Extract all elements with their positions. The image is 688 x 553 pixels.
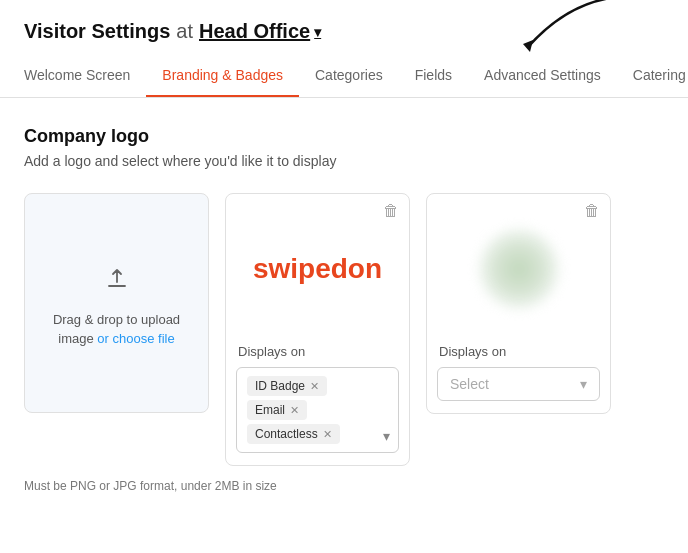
tag-email: Email ✕: [247, 400, 307, 420]
delete-logo-1-button[interactable]: 🗑: [383, 202, 399, 220]
displays-on-label-1: Displays on: [226, 344, 409, 359]
logo-card-1: 🗑 swipedon Displays on ID Badge ✕ Email …: [225, 193, 410, 466]
page-header: Visitor Settings at Head Office ▾: [0, 0, 688, 43]
remove-tag-email[interactable]: ✕: [290, 404, 299, 417]
select-dropdown-2[interactable]: Select ▾: [437, 367, 600, 401]
select-placeholder: Select: [450, 376, 489, 392]
chevron-down-icon: ▾: [314, 24, 321, 40]
tag-id-badge: ID Badge ✕: [247, 376, 327, 396]
section-description: Add a logo and select where you'd like i…: [24, 153, 664, 169]
upload-icon: [99, 258, 135, 298]
tab-categories[interactable]: Categories: [299, 55, 399, 97]
svg-marker-0: [523, 40, 533, 52]
upload-text: Drag & drop to upload image or choose fi…: [41, 310, 192, 349]
title-bold: Visitor Settings: [24, 20, 170, 43]
location-selector[interactable]: Head Office ▾: [199, 20, 321, 43]
tab-branding-badges[interactable]: Branding & Badges: [146, 55, 299, 97]
upload-hint: Must be PNG or JPG format, under 2MB in …: [24, 478, 664, 495]
tab-fields[interactable]: Fields: [399, 55, 468, 97]
logo-card-2: 🗑 Displays on Select ▾: [426, 193, 611, 414]
swipedon-logo: swipedon: [253, 253, 382, 285]
section-title: Company logo: [24, 126, 664, 147]
logo-preview-1: swipedon: [226, 194, 409, 344]
upload-card[interactable]: Drag & drop to upload image or choose fi…: [24, 193, 209, 413]
location-name: Head Office: [199, 20, 310, 43]
delete-logo-2-button[interactable]: 🗑: [584, 202, 600, 220]
remove-tag-contactless[interactable]: ✕: [323, 428, 332, 441]
remove-tag-id-badge[interactable]: ✕: [310, 380, 319, 393]
displays-on-label-2: Displays on: [427, 344, 610, 359]
main-content: Company logo Add a logo and select where…: [0, 98, 688, 523]
blurred-logo-placeholder: [479, 229, 559, 309]
choose-file-link[interactable]: or choose file: [97, 331, 174, 346]
annotation-arrow: [508, 0, 628, 62]
dropdown-arrow-icon-1: ▾: [383, 428, 390, 444]
tag-contactless: Contactless ✕: [247, 424, 340, 444]
logo-preview-2: [427, 194, 610, 344]
tags-dropdown-1[interactable]: ID Badge ✕ Email ✕ Contactless ✕ ▾: [236, 367, 399, 453]
title-at: at: [176, 20, 193, 43]
tab-welcome-screen[interactable]: Welcome Screen: [24, 55, 146, 97]
logo-cards-container: Drag & drop to upload image or choose fi…: [24, 193, 664, 466]
dropdown-arrow-icon-2: ▾: [580, 376, 587, 392]
